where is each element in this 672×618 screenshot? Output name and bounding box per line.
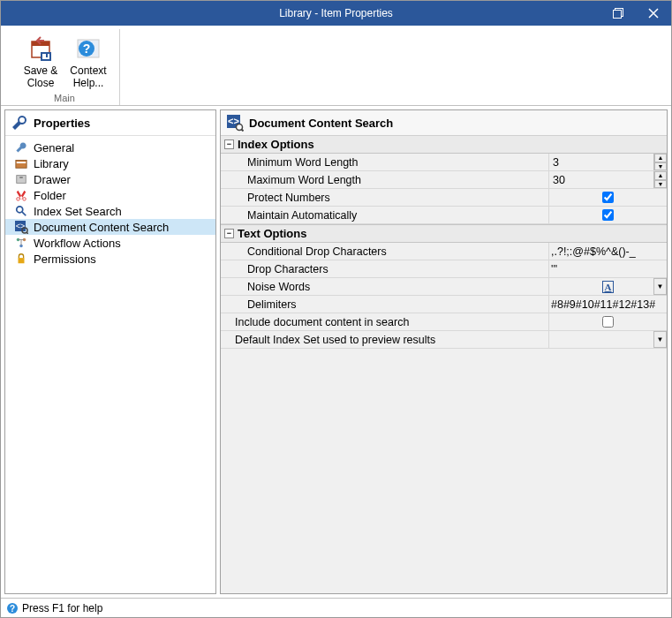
save-close-button[interactable]: Save & Close xyxy=(17,29,64,91)
property-grid: − Index Options Minimum Word Length ▲▼ M… xyxy=(221,136,667,593)
prop-label: Minimum Word Length xyxy=(221,154,549,170)
sidebar-item-label: Drawer xyxy=(34,173,71,186)
spinner[interactable]: ▲▼ xyxy=(653,154,667,170)
drawer-icon xyxy=(15,173,27,185)
section-label: Text Options xyxy=(238,227,306,240)
prop-value[interactable]: ▲▼ xyxy=(549,171,667,188)
svg-point-16 xyxy=(17,207,23,213)
prop-value[interactable]: #8#9#10#11#12#13# xyxy=(549,296,667,313)
save-close-label-1: Save & xyxy=(24,64,58,77)
prop-value[interactable] xyxy=(549,313,667,330)
svg-point-14 xyxy=(17,198,20,201)
status-bar: ? Press F1 for help xyxy=(1,598,671,617)
content-header: <> Document Content Search xyxy=(221,110,667,136)
library-icon xyxy=(15,157,27,170)
collapse-icon[interactable]: − xyxy=(224,229,234,238)
status-text: Press F1 for help xyxy=(22,602,102,614)
row-delimiters: Delimiters #8#9#10#11#12#13# xyxy=(221,296,667,313)
row-include-content: Include document content in search xyxy=(221,313,667,331)
prop-value[interactable]: ▼ xyxy=(549,331,667,348)
row-conditional-drop: Conditional Drop Characters ,.?!;:@#$%^&… xyxy=(221,243,667,260)
help-small-icon: ? xyxy=(6,602,19,614)
prop-label: Protect Numbers xyxy=(221,189,549,206)
svg-point-26 xyxy=(237,124,243,131)
row-noise-words: Noise Words A ▼ xyxy=(221,278,667,296)
row-protect-numbers: Protect Numbers xyxy=(221,189,667,207)
ribbon-group-label: Main xyxy=(17,93,112,103)
sidebar-title: Properties xyxy=(34,117,90,130)
prop-value[interactable] xyxy=(549,207,667,223)
content-search-icon: <> xyxy=(226,114,244,132)
context-help-label-1: Context xyxy=(70,64,106,77)
spin-down-icon[interactable]: ▼ xyxy=(654,162,667,171)
dropdown-button[interactable]: ▼ xyxy=(653,278,667,295)
collapse-icon[interactable]: − xyxy=(224,139,234,149)
sidebar-item-label: Index Set Search xyxy=(34,205,122,218)
include-content-checkbox[interactable] xyxy=(602,316,614,328)
spin-down-icon[interactable]: ▼ xyxy=(654,180,667,189)
sidebar-item-index-set-search[interactable]: Index Set Search xyxy=(5,203,215,219)
prop-value[interactable]: ▲▼ xyxy=(549,154,667,170)
spin-up-icon[interactable]: ▲ xyxy=(654,154,667,162)
wrench-small-icon xyxy=(15,141,27,154)
sidebar-item-label: Permissions xyxy=(34,252,96,266)
row-min-word-length: Minimum Word Length ▲▼ xyxy=(221,154,667,171)
sidebar-list: General Library Drawer Folder Index Set … xyxy=(5,136,215,270)
sidebar-item-permissions[interactable]: Permissions xyxy=(5,251,215,267)
dropdown-button[interactable]: ▼ xyxy=(653,331,667,348)
sidebar-item-library[interactable]: Library xyxy=(5,155,215,171)
sidebar-item-label: Document Content Search xyxy=(34,221,169,234)
content-search-icon: <> xyxy=(14,220,28,234)
search-icon xyxy=(15,205,27,217)
sidebar-item-general[interactable]: General xyxy=(5,139,215,155)
prop-label: Maximum Word Length xyxy=(221,171,549,188)
sidebar-item-document-content-search[interactable]: <> Document Content Search xyxy=(5,219,215,235)
prop-label: Include document content in search xyxy=(221,313,549,330)
restore-button[interactable] xyxy=(600,1,636,26)
svg-rect-1 xyxy=(614,11,622,19)
row-drop-characters: Drop Characters ''' xyxy=(221,260,667,278)
restore-icon xyxy=(613,8,623,19)
context-help-button[interactable]: ? Context Help... xyxy=(64,29,112,91)
help-icon: ? xyxy=(74,34,102,63)
prop-label: Delimiters xyxy=(221,296,549,313)
section-label: Index Options xyxy=(238,138,314,151)
svg-rect-11 xyxy=(17,162,26,163)
max-word-length-input[interactable] xyxy=(551,172,651,188)
drop-chars-value: ''' xyxy=(551,263,557,275)
lock-icon xyxy=(15,252,27,265)
prop-value[interactable]: ,.?!;:@#$%^&()-_ xyxy=(549,243,667,260)
prop-value[interactable]: ''' xyxy=(549,260,667,277)
min-word-length-input[interactable] xyxy=(551,154,651,170)
maintain-auto-checkbox[interactable] xyxy=(602,209,614,221)
svg-rect-13 xyxy=(19,177,23,177)
svg-rect-10 xyxy=(16,161,26,169)
close-button[interactable] xyxy=(636,1,671,26)
sidebar-item-label: Folder xyxy=(34,189,66,202)
content-panel: <> Document Content Search − Index Optio… xyxy=(220,109,668,594)
sidebar-item-workflow-actions[interactable]: Workflow Actions xyxy=(5,235,215,251)
ribbon: Save & Close ? Context Help... Main xyxy=(1,26,671,106)
spin-up-icon[interactable]: ▲ xyxy=(654,171,667,180)
prop-label: Noise Words xyxy=(221,278,549,295)
section-index-options[interactable]: − Index Options xyxy=(221,136,667,154)
svg-rect-12 xyxy=(17,176,26,184)
sidebar-header: Properties xyxy=(5,110,215,136)
prop-value[interactable]: A ▼ xyxy=(549,278,667,295)
sidebar-item-folder[interactable]: Folder xyxy=(5,187,215,203)
svg-rect-6 xyxy=(46,54,48,57)
row-max-word-length: Maximum Word Length ▲▼ xyxy=(221,171,667,189)
section-text-options[interactable]: − Text Options xyxy=(221,224,667,243)
prop-value[interactable] xyxy=(549,189,667,206)
row-default-index-set: Default Index Set used to preview result… xyxy=(221,331,667,349)
workflow-icon xyxy=(15,237,27,249)
sidebar-item-label: Workflow Actions xyxy=(34,237,121,250)
spinner[interactable]: ▲▼ xyxy=(653,171,667,188)
svg-rect-23 xyxy=(19,258,25,263)
protect-numbers-checkbox[interactable] xyxy=(602,192,614,203)
conditional-drop-value: ,.?!;:@#$%^&()-_ xyxy=(551,245,636,258)
sidebar-item-drawer[interactable]: Drawer xyxy=(5,171,215,187)
noise-words-badge[interactable]: A xyxy=(602,281,615,293)
window-controls xyxy=(600,1,671,26)
content-title: Document Content Search xyxy=(249,117,393,130)
